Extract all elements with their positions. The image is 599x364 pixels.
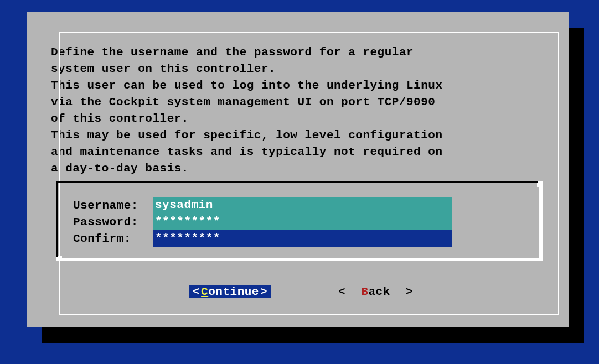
password-input[interactable]: ********* xyxy=(153,214,452,230)
continue-close-bracket: > xyxy=(259,285,268,298)
back-open-bracket: < xyxy=(337,285,347,298)
password-row: Password: ********* xyxy=(73,214,528,230)
input-panel-inner: Username: sysadmin Password: ********* C… xyxy=(62,187,539,258)
dialog: Define the username and the password for… xyxy=(27,12,569,327)
confirm-row: Confirm: ********* xyxy=(73,230,528,247)
back-close-bracket: > xyxy=(405,285,414,298)
dialog-content: Define the username and the password for… xyxy=(40,22,556,304)
description-text: Define the username and the password for… xyxy=(51,44,545,177)
confirm-label: Confirm: xyxy=(73,232,153,245)
continue-button[interactable]: <Continue> xyxy=(189,285,271,298)
username-label: Username: xyxy=(73,199,153,212)
continue-open-bracket: < xyxy=(192,285,201,298)
input-panel: Username: sysadmin Password: ********* C… xyxy=(62,187,539,258)
password-label: Password: xyxy=(73,216,153,228)
continue-label-rest: ontinue xyxy=(208,285,259,298)
back-hotkey: B xyxy=(361,285,368,298)
button-row: <Continue> < Back > xyxy=(51,285,545,298)
username-row: Username: sysadmin xyxy=(73,197,528,214)
username-input[interactable]: sysadmin xyxy=(153,197,452,214)
back-button[interactable]: < Back > xyxy=(337,285,414,298)
continue-hotkey: C xyxy=(201,285,208,298)
back-label-rest: ack xyxy=(368,285,390,298)
confirm-input[interactable]: ********* xyxy=(153,230,452,247)
